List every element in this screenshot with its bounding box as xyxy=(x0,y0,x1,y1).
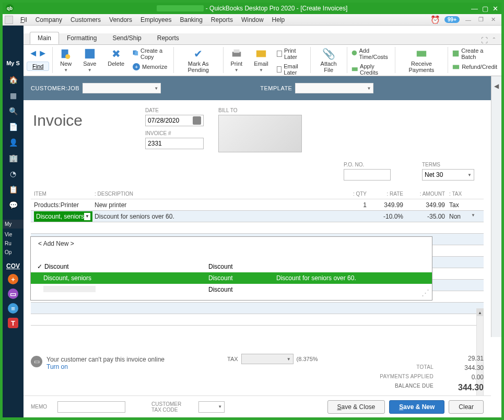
notifications-badge[interactable]: 99+ xyxy=(444,16,460,23)
table-row[interactable] xyxy=(31,222,484,234)
tab-reports[interactable]: Reports xyxy=(149,32,187,44)
dropdown-option-selected[interactable]: Discount, seniors Discount Discount for … xyxy=(31,272,432,284)
add-time-costs-button[interactable]: Add Time/Costs xyxy=(350,47,392,61)
prev-icon[interactable]: ◄ xyxy=(29,47,38,59)
side-t-icon[interactable]: T xyxy=(8,318,18,328)
refund-credit-button[interactable]: Refund/Credit xyxy=(451,63,498,71)
dropdown-option[interactable]: Discount Discount xyxy=(31,261,432,272)
memo-input[interactable] xyxy=(57,401,125,413)
template-combo[interactable]: ▼ xyxy=(295,83,373,93)
side-add-icon[interactable]: + xyxy=(8,274,18,284)
apply-credits-button[interactable]: Apply Credits xyxy=(350,63,392,76)
email-later-checkbox[interactable]: Email Later xyxy=(276,63,307,76)
table-row[interactable]: Products:Printer New printer 1 349.99 34… xyxy=(31,199,484,211)
terms-combo[interactable]: Net 30▼ xyxy=(422,169,474,181)
receive-payments-button[interactable]: Receive Payments xyxy=(398,47,445,74)
sidebar-item-3[interactable]: Op xyxy=(3,249,24,255)
clipboard-icon[interactable]: 📋 xyxy=(9,185,18,194)
menu-help[interactable]: Help xyxy=(268,16,289,23)
create-copy-button[interactable]: Create a Copy xyxy=(132,47,170,61)
customer-tax-code-label: CUSTOMER TAX CODE xyxy=(151,401,188,413)
item-dropdown[interactable]: < Add New > Discount Discount Discount, … xyxy=(30,236,432,301)
reports-icon[interactable]: ◔ xyxy=(10,170,16,178)
print-button[interactable]: Print ▼ xyxy=(227,47,247,74)
child-minimize-icon[interactable]: — xyxy=(464,17,473,23)
save-new-button[interactable]: Save & New xyxy=(389,400,444,414)
side-chart-icon[interactable]: ≡ xyxy=(8,303,18,314)
menu-vendors[interactable]: Vendors xyxy=(105,16,136,23)
next-icon[interactable]: ► xyxy=(38,47,48,59)
menu-window[interactable]: Window xyxy=(237,16,268,23)
menu-company[interactable]: Company xyxy=(31,16,66,23)
pending-icon: ✔ xyxy=(193,48,204,59)
menu-employees[interactable]: Employees xyxy=(136,16,175,23)
app-menu-icon[interactable] xyxy=(5,16,13,24)
history-panel-toggle[interactable]: ◀ xyxy=(491,76,501,337)
child-close-icon[interactable]: ✕ xyxy=(489,16,497,23)
side-card-icon[interactable]: ▭ xyxy=(8,289,18,299)
mark-pending-button[interactable]: ✔ Mark As Pending xyxy=(177,47,220,74)
home-icon[interactable]: 🏠 xyxy=(9,76,18,84)
feedback-icon[interactable]: 💬 xyxy=(9,201,18,209)
collapse-ribbon-icon[interactable]: ˆ xyxy=(493,37,495,44)
svg-rect-12 xyxy=(453,65,459,69)
bill-to-field[interactable] xyxy=(218,115,302,152)
add-new-option[interactable]: < Add New > xyxy=(31,237,432,250)
chevron-down-icon[interactable]: ▼ xyxy=(471,213,475,220)
sidebar-item-0[interactable]: My xyxy=(3,220,24,229)
tax-combo[interactable]: ▼ xyxy=(241,354,294,364)
snapshot-icon[interactable]: 📄 xyxy=(9,123,18,131)
tab-main[interactable]: Main xyxy=(30,32,59,44)
covid-link[interactable]: COV xyxy=(6,262,20,270)
reminders-icon[interactable]: ⏰ xyxy=(430,15,440,25)
table-row[interactable] xyxy=(31,314,484,326)
find-button[interactable]: Find xyxy=(27,62,49,71)
clear-button[interactable]: Clear xyxy=(449,400,484,414)
customer-job-label: CUSTOMER:JOB xyxy=(31,85,79,91)
table-row[interactable]: Discount, seniors▼ Discount for seniors … xyxy=(31,211,484,222)
customer-icon[interactable]: 👤 xyxy=(9,138,18,147)
create-batch-button[interactable]: Create a Batch xyxy=(451,47,498,61)
menu-banking[interactable]: Banking xyxy=(175,16,206,23)
delete-button[interactable]: ✖ Delete xyxy=(103,47,128,68)
print-later-checkbox[interactable]: Print Later xyxy=(276,47,307,61)
template-label: TEMPLATE xyxy=(260,85,292,91)
attach-file-button[interactable]: 📎 Attach File xyxy=(314,47,344,74)
save-close-button[interactable]: Save & Close xyxy=(327,400,385,414)
menu-customers[interactable]: Customers xyxy=(66,16,105,23)
scroll-up-icon[interactable]: ▲ xyxy=(477,309,483,316)
my-shortcuts-button[interactable]: My S xyxy=(6,58,20,68)
child-restore-icon[interactable]: ❐ xyxy=(477,16,485,23)
expand-icon[interactable]: ⛶ xyxy=(481,37,488,44)
customer-job-combo[interactable]: ▼ xyxy=(83,83,161,93)
tax-rate: (8.375% xyxy=(297,356,318,362)
table-row[interactable] xyxy=(31,303,484,314)
menu-file[interactable]: Fil xyxy=(16,16,31,23)
date-field[interactable]: 07/28/2020 xyxy=(145,115,204,126)
maximize-icon[interactable]: ▢ xyxy=(482,5,488,13)
invoice-no-field[interactable]: 2331 xyxy=(145,138,204,149)
minimize-icon[interactable]: — xyxy=(471,5,478,13)
resize-handle-icon[interactable]: ⋰ xyxy=(421,291,431,299)
new-button[interactable]: New ▼ xyxy=(56,47,76,74)
customer-tax-code-combo[interactable]: ▼ xyxy=(198,401,225,413)
save-button[interactable]: Save ▼ xyxy=(79,47,100,74)
menu-reports[interactable]: Reports xyxy=(207,16,237,23)
sidebar-item-1[interactable]: Vie xyxy=(3,232,24,237)
turn-on-link[interactable]: Turn on xyxy=(46,363,165,370)
close-icon[interactable]: ✕ xyxy=(493,5,498,13)
memorize-button[interactable]: +Memorize xyxy=(132,63,170,71)
sidebar-item-2[interactable]: Ru xyxy=(3,241,24,246)
vendor-icon[interactable]: 🏢 xyxy=(9,154,18,162)
po-field[interactable] xyxy=(344,169,391,181)
calendar-picker-icon[interactable] xyxy=(193,116,201,125)
tab-formatting[interactable]: Formatting xyxy=(59,32,104,44)
calendar-icon[interactable]: ▦ xyxy=(10,91,17,100)
tab-sendship[interactable]: Send/Ship xyxy=(104,32,149,44)
svg-point-8 xyxy=(351,51,357,56)
search-icon[interactable]: 🔍 xyxy=(9,107,18,115)
item-combo[interactable]: Discount, seniors▼ xyxy=(34,211,92,222)
chevron-down-icon[interactable]: ▼ xyxy=(84,213,90,220)
dropdown-option[interactable]: Discount xyxy=(31,284,432,296)
email-button[interactable]: Email ▼ xyxy=(250,47,273,74)
